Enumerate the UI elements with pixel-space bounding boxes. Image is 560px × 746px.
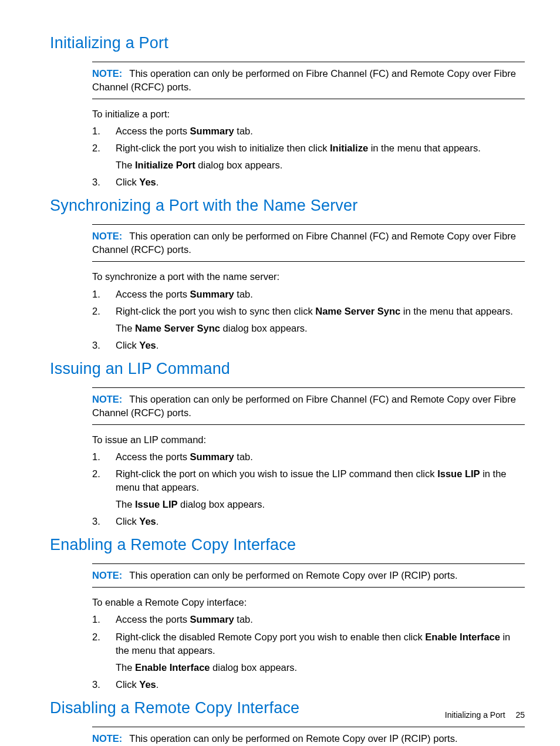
section-initializing-a-port: Initializing a Port NOTE:This operation … bbox=[50, 32, 525, 189]
step-text-pre: Click bbox=[116, 516, 139, 526]
steps-list: Access the ports Summary tab. Right-clic… bbox=[92, 613, 525, 691]
section-heading: Synchronizing a Port with the Name Serve… bbox=[50, 195, 525, 217]
sub-pre: The bbox=[116, 662, 135, 673]
page-footer: Initializing a Port 25 bbox=[445, 710, 525, 721]
section-body: NOTE:This operation can only be performe… bbox=[92, 62, 525, 190]
note-text: This operation can only be performed on … bbox=[129, 570, 457, 580]
sub-bold: Name Server Sync bbox=[135, 323, 220, 333]
note-label: NOTE: bbox=[92, 570, 122, 580]
steps-list: Access the ports Summary tab. Right-clic… bbox=[92, 124, 525, 189]
note-label: NOTE: bbox=[92, 394, 122, 404]
sub-bold: Initialize Port bbox=[135, 160, 195, 170]
section-issuing-an-lip-command: Issuing an LIP Command NOTE:This operati… bbox=[50, 358, 525, 529]
footer-section-title: Initializing a Port bbox=[445, 710, 505, 720]
intro-text: To initialize a port: bbox=[92, 107, 525, 121]
section-heading: Issuing an LIP Command bbox=[50, 358, 525, 380]
step-text-bold: Summary bbox=[190, 614, 234, 625]
steps-list: Access the ports Summary tab. Right-clic… bbox=[92, 288, 525, 352]
step-item: Access the ports Summary tab. bbox=[92, 124, 525, 138]
note-text: This operation can only be performed on … bbox=[129, 733, 457, 744]
step-text-bold: Name Server Sync bbox=[315, 306, 400, 316]
note-text: This operation can only be performed on … bbox=[92, 231, 516, 255]
step-text-post: . bbox=[156, 340, 159, 350]
note-label: NOTE: bbox=[92, 68, 122, 79]
intro-text: To issue an LIP command: bbox=[92, 433, 525, 447]
sub-post: dialog box appears. bbox=[195, 160, 283, 170]
step-text-pre: Right-click the port you wish to sync th… bbox=[116, 306, 315, 316]
step-sub-text: The Enable Interface dialog box appears. bbox=[116, 661, 525, 674]
step-text-post: . bbox=[156, 177, 159, 187]
section-synchronizing-a-port: Synchronizing a Port with the Name Serve… bbox=[50, 195, 525, 352]
step-text-post: in the menu that appears. bbox=[400, 306, 513, 316]
step-text-bold: Yes bbox=[139, 340, 156, 350]
step-text-pre: Click bbox=[116, 340, 139, 350]
sub-bold: Issue LIP bbox=[135, 499, 177, 509]
step-item: Access the ports Summary tab. bbox=[92, 613, 525, 626]
step-text-post: tab. bbox=[234, 289, 253, 299]
section-heading: Enabling a Remote Copy Interface bbox=[50, 534, 525, 556]
step-text-bold: Summary bbox=[190, 451, 234, 462]
steps-list: Access the ports Summary tab. Right-clic… bbox=[92, 450, 525, 528]
section-body: NOTE:This operation can only be performe… bbox=[92, 224, 525, 352]
step-item: Click Yes. bbox=[92, 339, 525, 352]
sub-pre: The bbox=[116, 499, 135, 509]
step-item: Click Yes. bbox=[92, 515, 525, 528]
step-text-pre: Click bbox=[116, 679, 139, 690]
step-item: Click Yes. bbox=[92, 175, 525, 189]
note-box: NOTE:This operation can only be performe… bbox=[92, 727, 525, 746]
sub-post: dialog box appears. bbox=[220, 323, 308, 333]
step-text-pre: Click bbox=[116, 177, 139, 187]
step-text-post: tab. bbox=[234, 126, 253, 136]
step-text-bold: Summary bbox=[190, 289, 234, 299]
step-text-pre: Right-click the port you wish to initial… bbox=[116, 143, 330, 153]
section-body: NOTE:This operation can only be performe… bbox=[92, 387, 525, 529]
step-text-bold: Yes bbox=[139, 177, 156, 187]
step-text-pre: Access the ports bbox=[116, 126, 190, 136]
step-text-pre: Right-click the port on which you wish t… bbox=[116, 468, 437, 479]
step-text-bold: Yes bbox=[139, 516, 156, 526]
step-item: Right-click the port on which you wish t… bbox=[92, 467, 525, 511]
sub-post: dialog box appears. bbox=[210, 662, 298, 673]
section-disabling-remote-copy-interface: Disabling a Remote Copy Interface NOTE:T… bbox=[50, 697, 525, 746]
step-text-pre: Access the ports bbox=[116, 451, 190, 462]
step-item: Right-click the port you wish to sync th… bbox=[92, 305, 525, 335]
step-text-bold: Yes bbox=[139, 679, 156, 690]
note-label: NOTE: bbox=[92, 733, 122, 744]
step-item: Access the ports Summary tab. bbox=[92, 288, 525, 301]
note-label: NOTE: bbox=[92, 231, 122, 241]
sub-pre: The bbox=[116, 160, 135, 170]
step-item: Right-click the port you wish to initial… bbox=[92, 141, 525, 172]
step-item: Access the ports Summary tab. bbox=[92, 450, 525, 464]
step-text-post: . bbox=[156, 679, 159, 690]
step-text-bold: Summary bbox=[190, 126, 234, 136]
note-box: NOTE:This operation can only be performe… bbox=[92, 62, 525, 99]
step-item: Click Yes. bbox=[92, 678, 525, 691]
step-sub-text: The Name Server Sync dialog box appears. bbox=[116, 322, 525, 335]
section-heading: Initializing a Port bbox=[50, 32, 525, 55]
section-body: NOTE:This operation can only be performe… bbox=[92, 727, 525, 746]
step-text-bold: Enable Interface bbox=[425, 632, 500, 642]
note-box: NOTE:This operation can only be performe… bbox=[92, 224, 525, 262]
sub-pre: The bbox=[116, 323, 135, 333]
step-text-pre: Access the ports bbox=[116, 289, 190, 299]
intro-text: To enable a Remote Copy interface: bbox=[92, 596, 525, 609]
sub-bold: Enable Interface bbox=[135, 662, 210, 673]
note-text: This operation can only be performed on … bbox=[92, 68, 516, 92]
step-item: Right-click the disabled Remote Copy por… bbox=[92, 630, 525, 674]
step-text-bold: Issue LIP bbox=[437, 468, 480, 479]
step-text-bold: Initialize bbox=[330, 143, 368, 153]
note-box: NOTE:This operation can only be performe… bbox=[92, 563, 525, 588]
step-text-post: . bbox=[156, 516, 159, 526]
step-text-pre: Right-click the disabled Remote Copy por… bbox=[116, 632, 425, 642]
footer-page-number: 25 bbox=[515, 710, 525, 720]
section-enabling-remote-copy-interface: Enabling a Remote Copy Interface NOTE:Th… bbox=[50, 534, 525, 691]
step-text-post: in the menu that appears. bbox=[368, 143, 481, 153]
step-text-post: tab. bbox=[234, 614, 253, 625]
step-text-pre: Access the ports bbox=[116, 614, 190, 625]
step-sub-text: The Initialize Port dialog box appears. bbox=[116, 158, 525, 172]
step-text-post: tab. bbox=[234, 451, 253, 462]
note-text: This operation can only be performed on … bbox=[92, 394, 516, 418]
note-box: NOTE:This operation can only be performe… bbox=[92, 387, 525, 425]
section-body: NOTE:This operation can only be performe… bbox=[92, 563, 525, 691]
sub-post: dialog box appears. bbox=[177, 499, 265, 509]
